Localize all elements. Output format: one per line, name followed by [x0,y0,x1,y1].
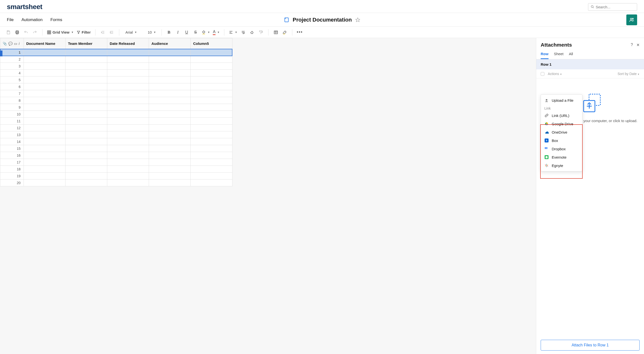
cell[interactable] [24,159,65,166]
cell[interactable] [24,118,65,125]
cell[interactable] [149,97,190,104]
table-row[interactable]: 8 [0,97,232,104]
cell[interactable] [149,131,190,138]
tab-sheet[interactable]: Sheet [554,50,564,59]
cell[interactable] [65,131,107,138]
indent-button[interactable] [108,28,116,36]
cell[interactable] [107,70,149,76]
cell[interactable] [149,125,190,131]
row-number[interactable]: 9 [0,104,24,111]
conditional-format-button[interactable] [272,28,280,36]
cell[interactable] [24,131,65,138]
row-number[interactable]: 12 [0,125,24,131]
clear-format-button[interactable] [248,28,256,36]
table-row[interactable]: 16 [0,152,232,159]
table-row[interactable]: 7 [0,90,232,97]
cell[interactable] [190,70,232,76]
redo-button[interactable] [31,28,39,36]
column-header[interactable]: Team Member [65,38,107,49]
cell[interactable] [24,49,65,56]
row-number[interactable]: 13 [0,131,24,138]
cell[interactable] [65,49,107,56]
cell[interactable] [65,83,107,90]
cell[interactable] [149,76,190,83]
print-button[interactable] [13,28,21,36]
sheet-grid[interactable]: 📎 💬 ▭ i Document Name Team Member Date R… [0,38,232,186]
menu-box[interactable]: b Box [541,136,582,145]
cell[interactable] [149,118,190,125]
outdent-button[interactable] [99,28,107,36]
cell[interactable] [190,159,232,166]
cell[interactable] [24,70,65,76]
wrap-button[interactable] [239,28,247,36]
row-number[interactable]: 4 [0,70,24,76]
table-row[interactable]: 12 [0,125,232,131]
menu-dropbox[interactable]: Dropbox [541,145,582,153]
cell[interactable] [149,159,190,166]
cell[interactable] [190,97,232,104]
cell[interactable] [65,138,107,145]
menu-upload-file[interactable]: Upload a File [541,96,582,104]
cell[interactable] [107,125,149,131]
cell[interactable] [190,125,232,131]
cell[interactable] [149,104,190,111]
cell[interactable] [107,138,149,145]
cell[interactable] [65,166,107,173]
cell[interactable] [107,76,149,83]
row-number[interactable]: 8 [0,97,24,104]
cell[interactable] [190,49,232,56]
cell[interactable] [190,166,232,173]
cell[interactable] [65,63,107,70]
cell[interactable] [190,145,232,152]
cell[interactable] [107,118,149,125]
row-number[interactable]: 17 [0,159,24,166]
cell[interactable] [24,179,65,186]
cell[interactable] [65,90,107,97]
row-number[interactable]: 5 [0,76,24,83]
cell[interactable] [65,97,107,104]
cell[interactable] [107,56,149,63]
row-number[interactable]: 18 [0,166,24,173]
cell[interactable] [149,63,190,70]
view-selector[interactable]: Grid View ▼ [46,28,74,36]
menu-file[interactable]: File [7,17,14,22]
cell[interactable] [149,83,190,90]
row-number[interactable]: 7 [0,90,24,97]
search-box[interactable] [588,3,637,11]
row-number[interactable]: 16 [0,152,24,159]
cell[interactable] [65,152,107,159]
row-number[interactable]: 20 [0,179,24,186]
table-row[interactable]: 3 [0,63,232,70]
table-row[interactable]: 1 [0,49,232,56]
cell[interactable] [107,49,149,56]
cell[interactable] [107,173,149,179]
menu-onedrive[interactable]: OneDrive [541,128,582,136]
cell[interactable] [107,104,149,111]
save-button[interactable] [4,28,12,36]
column-header[interactable]: Document Name [24,38,65,49]
cell[interactable] [149,179,190,186]
cell[interactable] [65,56,107,63]
table-row[interactable]: 20 [0,179,232,186]
cell[interactable] [24,166,65,173]
fill-color-button[interactable]: ▼ [200,28,211,36]
cell[interactable] [24,138,65,145]
cell[interactable] [149,138,190,145]
filter-button[interactable]: Filter [76,28,92,36]
tab-row[interactable]: Row [541,50,548,59]
cell[interactable] [107,166,149,173]
cell[interactable] [190,173,232,179]
cell[interactable] [107,131,149,138]
format-painter-button[interactable] [257,28,265,36]
sort-dropdown[interactable]: Sort by Date▼ [618,72,640,76]
cell[interactable] [190,83,232,90]
menu-forms[interactable]: Forms [50,17,62,22]
table-row[interactable]: 9 [0,104,232,111]
cell[interactable] [65,159,107,166]
row-number[interactable]: 19 [0,173,24,179]
row-number[interactable]: 10 [0,111,24,118]
cell[interactable] [149,145,190,152]
cell[interactable] [24,90,65,97]
table-row[interactable]: 11 [0,118,232,125]
cell[interactable] [149,173,190,179]
